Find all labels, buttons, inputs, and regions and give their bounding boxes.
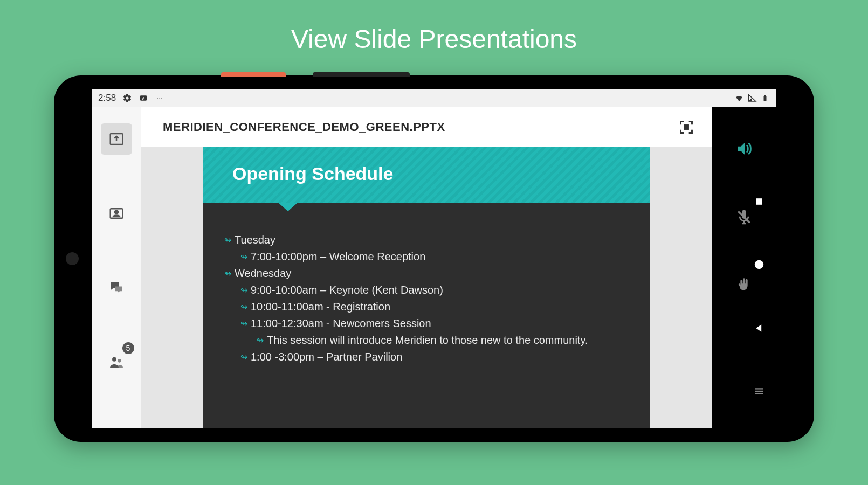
slide-body: ↬Tuesday↬7:00-10:00pm – Welcome Receptio…: [203, 203, 650, 376]
bullet-text: 9:00-10:00am – Keynote (Kent Dawson): [251, 282, 443, 299]
share-pod-button[interactable]: [101, 123, 132, 155]
svg-rect-3: [764, 95, 766, 96]
svg-text:A: A: [142, 96, 145, 100]
slide-bullet: ↬9:00-10:00am – Keynote (Kent Dawson): [224, 282, 629, 299]
file-header: MERIDIEN_CONFERENCE_DEMO_GREEN.PPTX: [141, 107, 712, 147]
left-nav-rail: 5: [92, 107, 141, 428]
cellular-icon: [747, 93, 757, 103]
bullet-text: 10:00-11:00am - Registration: [251, 299, 390, 315]
power-button-accent: [221, 72, 286, 77]
top-notch: [313, 72, 410, 77]
svg-rect-9: [685, 126, 688, 129]
bullet-icon: ↬: [240, 351, 247, 364]
svg-rect-2: [764, 96, 767, 101]
participants-badge: 5: [122, 342, 134, 354]
app-area: 5 MERIDIEN_CONFERENCE_DEMO_GREEN.PPTX Op…: [92, 107, 776, 428]
svg-rect-11: [756, 198, 762, 205]
nav-recents-button[interactable]: [753, 195, 766, 208]
slide-bullet: ↬7:00-10:00pm – Welcome Reception: [224, 248, 629, 265]
bullet-text: 11:00-12:30am - Newcomers Session: [251, 315, 431, 332]
bullet-icon: ↬: [240, 317, 247, 331]
bullet-icon: ↬: [224, 267, 231, 281]
android-nav-bar: [744, 170, 774, 423]
battery-icon: [760, 93, 770, 103]
svg-point-8: [118, 359, 121, 363]
attendees-button[interactable]: [101, 198, 132, 229]
participants-button[interactable]: 5: [101, 347, 132, 378]
nav-back-button[interactable]: [753, 322, 766, 335]
slide-bullet: ↬This session will introduce Meridien to…: [224, 332, 629, 349]
bullet-icon: ↬: [240, 251, 247, 264]
content-area: MERIDIEN_CONFERENCE_DEMO_GREEN.PPTX Open…: [141, 107, 712, 428]
bullet-icon: ↬: [240, 301, 247, 314]
settings-icon: [122, 93, 132, 103]
slide-bullet: ↬10:00-11:00am - Registration: [224, 299, 629, 315]
svg-point-7: [112, 357, 116, 362]
bullet-text: 7:00-10:00pm – Welcome Reception: [251, 248, 425, 265]
nav-home-button[interactable]: [753, 258, 766, 271]
svg-point-6: [114, 210, 118, 213]
misc-status-icon: ▫▫: [155, 93, 164, 103]
status-time: 2:58: [98, 93, 116, 103]
svg-point-12: [754, 260, 763, 269]
slide-bullet: ↬11:00-12:30am - Newcomers Session: [224, 315, 629, 332]
bullet-text: This session will introduce Meridien to …: [267, 332, 588, 349]
slide-viewport: Opening Schedule ↬Tuesday↬7:00-10:00pm –…: [141, 147, 712, 428]
chat-button[interactable]: [101, 272, 132, 303]
keyboard-icon: A: [139, 93, 148, 103]
slide-bullet: ↬1:00 -3:00pm – Partner Pavilion: [224, 349, 629, 365]
slide-bullet: ↬Wednesday: [224, 265, 629, 282]
file-name: MERIDIEN_CONFERENCE_DEMO_GREEN.PPTX: [163, 120, 445, 134]
slide-title: Opening Schedule: [232, 163, 621, 184]
bullet-icon: ↬: [257, 334, 264, 348]
bullet-icon: ↬: [224, 234, 231, 247]
nav-menu-icon[interactable]: [753, 385, 766, 398]
screen: 2:58 A ▫▫: [92, 89, 776, 428]
bullet-text: Wednesday: [235, 265, 291, 282]
wifi-icon: [734, 93, 744, 103]
page-heading: View Slide Presentations: [0, 0, 868, 54]
bullet-text: 1:00 -3:00pm – Partner Pavilion: [251, 349, 402, 365]
speaker-button[interactable]: [735, 140, 753, 160]
slide-title-bar: Opening Schedule: [203, 147, 650, 203]
android-status-bar: 2:58 A ▫▫: [92, 89, 776, 107]
slide: Opening Schedule ↬Tuesday↬7:00-10:00pm –…: [203, 147, 650, 428]
slide-bullet: ↬Tuesday: [224, 232, 629, 248]
bullet-text: Tuesday: [235, 232, 275, 248]
front-camera: [66, 252, 79, 265]
fullscreen-button[interactable]: [677, 118, 695, 136]
bullet-icon: ↬: [240, 284, 247, 297]
phone-frame: 2:58 A ▫▫: [54, 75, 814, 442]
